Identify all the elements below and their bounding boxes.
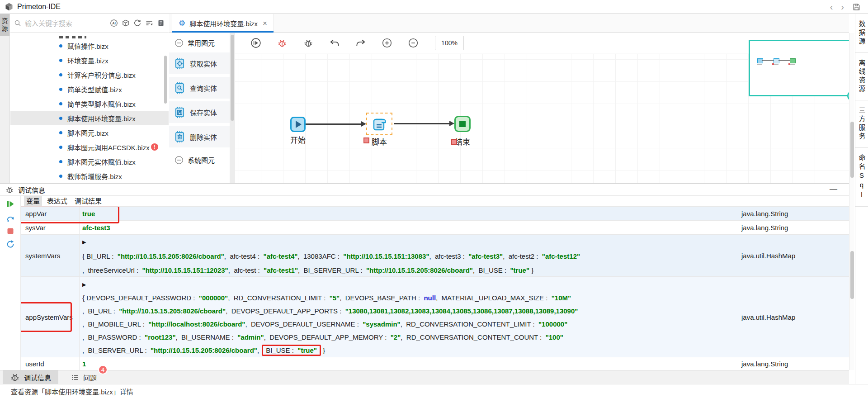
stop-icon[interactable]: [7, 227, 14, 235]
flow-node-script-selected[interactable]: [366, 113, 392, 135]
debug-tab-变量[interactable]: 变量: [24, 196, 42, 206]
tree-item[interactable]: 脚本使用环境变量.bizx: [10, 111, 169, 125]
file-bullet-icon: [59, 59, 62, 62]
palette-item[interactable]: 查询实体: [169, 77, 230, 99]
bottom-tab-调试信息[interactable]: 调试信息: [3, 370, 58, 384]
tree-item[interactable]: 简单类型脚本赋值.bizx: [10, 96, 169, 111]
right-rail-item[interactable]: 数据源: [855, 14, 868, 53]
debug-row-appSystemVars[interactable]: appSystemVars▶{ DEVOPS_DEFAULT_PASSWORD …: [21, 277, 849, 357]
tree-item[interactable]: 脚本图元.bizx: [10, 125, 169, 140]
tree-item-label: 脚本图元调用AFCSDK.bizx: [67, 142, 150, 152]
palette-item[interactable]: 获取实体: [169, 52, 230, 74]
flow-node-start[interactable]: [290, 117, 306, 132]
file-bullet-icon: [59, 146, 62, 149]
search-input[interactable]: [24, 19, 107, 28]
breakpoint-script[interactable]: [363, 137, 369, 143]
tree-item-label: 脚本图元.bizx: [67, 128, 108, 137]
sort-filter-icon[interactable]: [145, 19, 153, 27]
locate-file-icon[interactable]: [157, 19, 165, 27]
step-over-icon[interactable]: [6, 213, 15, 223]
value-line: 1: [82, 357, 736, 370]
left-rail-tab-resources[interactable]: 资源: [0, 14, 9, 36]
tree-item-label: 脚本使用环境变量.bizx: [67, 114, 136, 123]
value-line: , BI_URL : "http://10.15.15.205:8026/cbo…: [82, 304, 736, 317]
flow-canvas[interactable]: 100% 开始 脚本 结束: [235, 33, 849, 183]
close-icon[interactable]: ×: [263, 19, 267, 28]
debug-row-appVar[interactable]: appVartruejava.lang.String: [21, 207, 849, 221]
script-scroll-icon: [371, 115, 388, 133]
refresh-icon[interactable]: [133, 19, 142, 27]
stop-square-icon: [459, 121, 466, 127]
value-line: { DEVOPS_DEFAULT_PASSWORD : "000000", RD…: [82, 291, 736, 304]
palette-item[interactable]: 删除实体: [169, 126, 230, 147]
flow-node-end[interactable]: [454, 116, 471, 132]
scrollbar-thumb[interactable]: [850, 251, 854, 299]
minus-circle-icon: [175, 38, 184, 47]
editor-tab-strip: ⚙ 脚本使用环境变量.bizx ×: [169, 14, 849, 33]
palette-group-header[interactable]: 常用图元: [169, 33, 230, 52]
vertical-scrollbar[interactable]: [849, 33, 854, 370]
debug-row-userId[interactable]: userId1java.lang.String: [21, 357, 849, 370]
variable-type: java.lang.String: [741, 224, 788, 232]
redo-icon[interactable]: [355, 38, 366, 48]
variable-name: userId: [25, 360, 44, 368]
file-bullet-icon: [59, 131, 62, 134]
tree-item[interactable]: 教师新增服务.bizx: [10, 169, 169, 183]
problem-count-badge: 4: [98, 365, 108, 374]
expander-icon[interactable]: ▶: [82, 235, 736, 249]
list-icon: [71, 373, 79, 381]
zoom-out-icon[interactable]: [408, 38, 419, 48]
debug-run-icon[interactable]: [250, 38, 261, 48]
undo-icon[interactable]: [329, 38, 340, 48]
package-icon[interactable]: [122, 19, 130, 27]
minimap-label: [790, 64, 795, 65]
back-icon[interactable]: ‹: [830, 2, 833, 11]
debug-row-sysVar[interactable]: sysVarafc-test3java.lang.String: [21, 221, 849, 235]
tree-item[interactable]: 简单类型赋值.bizx: [10, 82, 169, 96]
save-icon[interactable]: [852, 3, 861, 11]
right-rail-item[interactable]: 三方服务: [855, 100, 868, 148]
minimap-breakpoint: [788, 63, 790, 65]
stop-debug-icon[interactable]: [277, 38, 288, 48]
tree-item[interactable]: 环境变量.bizx: [10, 53, 169, 67]
tree-item[interactable]: [10, 33, 169, 38]
tree-scrollbar[interactable]: [164, 56, 167, 104]
variable-value: ▶{ BI_URL : "http://10.15.15.205:8026/cb…: [80, 235, 736, 276]
tree-item[interactable]: 脚本图元调用AFCSDK.bizx!: [10, 140, 169, 154]
debug-bug-icon[interactable]: [303, 38, 314, 48]
value-line: , BI_MOBILE_URL : "http://localhost:8026…: [82, 317, 736, 331]
file-bullet-icon: [59, 44, 62, 47]
chip-delete-icon: [174, 131, 186, 143]
rerun-icon[interactable]: [6, 240, 15, 249]
editor-tab-active[interactable]: ⚙ 脚本使用环境变量.bizx ×: [172, 14, 274, 33]
palette-group-header[interactable]: 系统图元: [169, 150, 230, 170]
debug-row-systemVars[interactable]: systemVars▶{ BI_URL : "http://10.15.15.2…: [21, 235, 849, 277]
edge-start-script[interactable]: [306, 123, 362, 125]
debug-tab-表达式[interactable]: 表达式: [45, 196, 70, 206]
play-icon: [296, 121, 302, 128]
resume-icon[interactable]: [6, 199, 15, 208]
right-rail-item[interactable]: 离线资源: [855, 53, 868, 100]
debug-tab-调试结果[interactable]: 调试结果: [72, 196, 104, 206]
zoom-in-icon[interactable]: [382, 38, 392, 48]
chip-get-icon: [174, 57, 186, 70]
minimap-label: [757, 64, 762, 65]
tree-item[interactable]: 计算客户积分信息.bizx: [10, 67, 169, 82]
primeton-ide-window: Primeton-IDE ‹ › 资源 AI 赋值操作.bizx环境变量.biz…: [0, 0, 868, 398]
zoom-level[interactable]: 100%: [435, 36, 464, 50]
edge-script-end[interactable]: [394, 123, 450, 124]
palette-item[interactable]: 保存实体: [169, 101, 230, 123]
ai-icon[interactable]: AI: [110, 19, 118, 27]
tree-item[interactable]: 脚本图元实体赋值.bizx: [10, 154, 169, 169]
tree-item[interactable]: 赋值操作.bizx: [10, 38, 169, 53]
minimap[interactable]: [749, 40, 849, 96]
forward-icon[interactable]: ›: [841, 2, 844, 11]
bottom-tab-问题[interactable]: 问题4: [64, 370, 104, 384]
expander-icon[interactable]: ▶: [82, 277, 736, 291]
right-rail-item[interactable]: 命名Sql: [855, 148, 868, 207]
minimize-icon[interactable]: —: [830, 185, 837, 194]
debug-toolbar: [0, 196, 21, 370]
palette-scrollbar[interactable]: [230, 33, 235, 183]
scrollbar-thumb[interactable]: [850, 122, 854, 178]
breakpoint-end[interactable]: [451, 139, 457, 145]
